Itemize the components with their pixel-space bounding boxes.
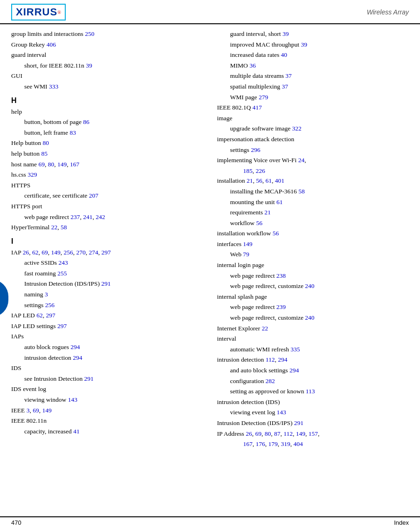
logo-registered: ® — [57, 10, 61, 15]
list-item: guard interval — [11, 50, 203, 60]
section-i: I — [11, 237, 203, 246]
list-item: see Intrusion Detection 291 — [11, 374, 203, 384]
list-item: HTTPS port — [11, 201, 203, 212]
list-item: viewing event log 143 — [217, 407, 409, 418]
list-item: viewing window 143 — [11, 395, 203, 405]
list-item: multiple data streams 37 — [217, 71, 409, 81]
left-column: group limits and interactions 250 Group … — [11, 29, 203, 449]
list-item: HTTPS — [11, 180, 203, 191]
list-item: settings 296 — [217, 145, 409, 155]
list-item: interfaces 149 — [217, 239, 409, 249]
list-item: installing the MCAP-3616 58 — [217, 186, 409, 197]
list-item: IAP 26, 62, 69, 149, 256, 270, 274, 297 — [11, 247, 203, 258]
list-item: 185, 226 — [217, 166, 409, 176]
list-item: Group Rekey 406 — [11, 40, 203, 50]
list-item: IAP LED settings 297 — [11, 321, 203, 331]
list-item: increased data rates 40 — [217, 50, 409, 60]
list-item: web page redirect, customize 240 — [217, 313, 409, 323]
list-item: IEEE 802.1Q 417 — [217, 103, 409, 113]
list-item: WMI page 279 — [217, 92, 409, 103]
list-item: installation 21, 56, 61, 401 — [217, 176, 409, 186]
list-item: help — [11, 107, 203, 117]
list-item: Intrusion Detection (IDS/IPS) 291 — [11, 279, 203, 289]
list-item: upgrade software image 322 — [217, 123, 409, 134]
list-item: hs.css 329 — [11, 170, 203, 180]
list-item: IP Address 26, 69, 80, 87, 112, 149, 157… — [217, 429, 409, 439]
list-item: mounting the unit 61 — [217, 197, 409, 207]
page-header: XIRRUS® Wireless Array — [0, 0, 420, 24]
list-item: impersonation attack detection — [217, 134, 409, 144]
list-item: short, for IEEE 802.11n 39 — [11, 61, 203, 71]
logo-area: XIRRUS® — [11, 4, 66, 21]
list-item: image — [217, 113, 409, 123]
list-item: IEEE 3, 69, 149 — [11, 405, 203, 416]
list-item: IEEE 802.11n — [11, 416, 203, 426]
list-item: and auto block settings 294 — [217, 365, 409, 376]
header-title: Wireless Array — [367, 8, 409, 16]
list-item: naming 3 — [11, 289, 203, 300]
list-item: fast roaming 255 — [11, 268, 203, 279]
list-item: IDS event log — [11, 384, 203, 394]
list-item: button, left frame 83 — [11, 128, 203, 138]
list-item: internal login page — [217, 260, 409, 270]
list-item: intrusion detection 112, 294 — [217, 355, 409, 365]
list-item: button, bottom of page 86 — [11, 117, 203, 127]
right-column: guard interval, short 39 improved MAC th… — [217, 29, 409, 449]
list-item: certificate, see certificate 207 — [11, 191, 203, 201]
list-item: Help button 80 — [11, 138, 203, 148]
list-item: web page redirect 238 — [217, 271, 409, 281]
list-item: auto block rogues 294 — [11, 342, 203, 352]
list-item: MIMO 36 — [217, 61, 409, 71]
list-item: group limits and interactions 250 — [11, 29, 203, 39]
list-item: 167, 176, 179, 319, 404 — [217, 439, 409, 449]
page-number: 470 — [11, 519, 21, 526]
list-item: intrusion detection 294 — [11, 353, 203, 363]
list-item: setting as approved or known 113 — [217, 386, 409, 397]
list-item: IAPs — [11, 331, 203, 342]
list-item: interval — [217, 334, 409, 344]
list-item: host name 69, 80, 149, 167 — [11, 159, 203, 170]
content-area: group limits and interactions 250 Group … — [0, 24, 420, 454]
list-item: requirements 21 — [217, 207, 409, 218]
logo-text: XIRRUS — [16, 6, 57, 18]
page-footer: 470 Index — [0, 516, 420, 528]
list-item: active SSIDs 243 — [11, 258, 203, 268]
list-item: workflow 56 — [217, 218, 409, 228]
list-item: guard interval, short 39 — [217, 29, 409, 39]
footer-section: Index — [394, 519, 409, 526]
section-h: H — [11, 96, 203, 105]
list-item: configuration 282 — [217, 376, 409, 386]
list-item: GUI — [11, 71, 203, 81]
list-item: HyperTerminal 22, 58 — [11, 222, 203, 233]
list-item: IAP LED 62, 297 — [11, 310, 203, 321]
list-item: web page redirect 239 — [217, 302, 409, 312]
list-item: web page redirect 237, 241, 242 — [11, 212, 203, 222]
list-item: Intrusion Detection (IDS/IPS) 291 — [217, 418, 409, 428]
list-item: capacity, increased 41 — [11, 426, 203, 437]
list-item: Internet Explorer 22 — [217, 323, 409, 334]
list-item: internal splash page — [217, 292, 409, 302]
list-item: implementing Voice over Wi-Fi 24, — [217, 155, 409, 165]
list-item: web page redirect, customize 240 — [217, 281, 409, 291]
list-item: installation workflow 56 — [217, 228, 409, 239]
list-item: IDS — [11, 363, 203, 373]
logo-box: XIRRUS® — [11, 4, 66, 21]
list-item: see WMI 333 — [11, 82, 203, 92]
list-item: settings 256 — [11, 300, 203, 310]
list-item: help button 85 — [11, 149, 203, 159]
list-item: Web 79 — [217, 249, 409, 260]
list-item: automatic WMI refresh 335 — [217, 344, 409, 355]
list-item: improved MAC throughput 39 — [217, 40, 409, 50]
list-item: spatial multiplexing 37 — [217, 82, 409, 92]
list-item: intrusion detection (IDS) — [217, 397, 409, 407]
